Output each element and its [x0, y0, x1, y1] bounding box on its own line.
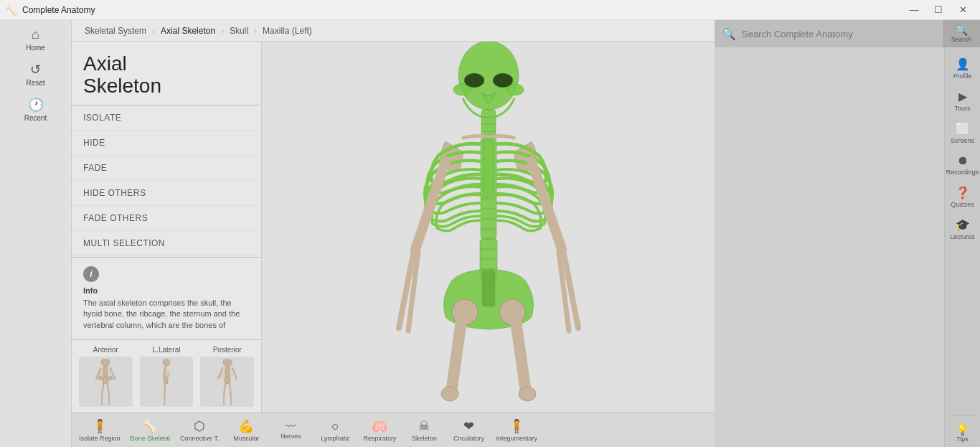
- nav-home[interactable]: ⌂ Home: [4, 23, 68, 56]
- svg-point-4: [98, 376, 103, 380]
- svg-rect-43: [484, 140, 494, 197]
- quizzes-icon: ❓: [956, 186, 970, 199]
- menu-fade[interactable]: FADE: [72, 156, 261, 181]
- toolbar-circulatory[interactable]: ❤ Circulatory: [447, 415, 490, 445]
- toolbar-muscular-label: Muscular: [233, 435, 260, 442]
- toolbar-skeleton-label: Skeleton: [412, 435, 437, 442]
- toolbar-connective[interactable]: ⬡ Connective T.: [176, 415, 223, 445]
- search-input[interactable]: [742, 29, 936, 39]
- tips-button[interactable]: 💡 Tips: [947, 415, 979, 447]
- menu-hide[interactable]: HIDE: [72, 131, 261, 156]
- skeleton-model: [345, 42, 632, 413]
- nav-recent-label: Recent: [24, 114, 47, 122]
- side-recordings[interactable]: ⏺ Recordings: [947, 150, 979, 180]
- toolbar-lymphatic-label: Lymphatic: [321, 435, 350, 442]
- toolbar-bone-skeletal[interactable]: 🦴 Bone Skeletal: [126, 415, 175, 445]
- tips-icon: 💡: [956, 424, 969, 436]
- bottom-toolbar: 🧍 Isolate Region 🦴 Bone Skeletal ⬡ Conne…: [72, 413, 715, 447]
- search-results-area: [715, 47, 944, 447]
- app-title: Complete Anatomy: [22, 5, 95, 15]
- title-bar-left: 🦴 Complete Anatomy: [6, 4, 95, 16]
- bone-skeletal-icon: 🦴: [142, 418, 158, 434]
- reset-icon: ↺: [30, 62, 41, 77]
- context-menu: ISOLATE HIDE FADE HIDE OTHERS FADE OTHER…: [72, 105, 261, 256]
- nav-home-label: Home: [26, 44, 45, 52]
- breadcrumb: Skeletal System › Axial Skeleton › Skull…: [72, 20, 715, 42]
- thumb-label-anterior: Anterior: [79, 346, 133, 354]
- maximize-button[interactable]: ☐: [927, 0, 950, 20]
- nerves-icon: 〰: [286, 420, 296, 432]
- toolbar-muscular[interactable]: 💪 Muscular: [225, 415, 268, 445]
- toolbar-bone-label: Bone Skeletal: [131, 435, 171, 442]
- thumb-label-posterior: Posterior: [200, 346, 254, 354]
- 3d-view[interactable]: [262, 42, 715, 413]
- menu-fade-others[interactable]: FADE OTHERS: [72, 206, 261, 231]
- right-panel: 🔍 🔍 Search 👤 Profile ▶ Tours: [715, 20, 980, 447]
- left-nav: ⌂ Home ↺ Reset 🕐 Recent: [0, 20, 72, 447]
- connective-icon: ⬡: [194, 418, 205, 434]
- menu-multi-selection[interactable]: MULTI SELECTION: [72, 231, 261, 256]
- thumb-anterior[interactable]: [79, 357, 133, 407]
- side-screens[interactable]: ⬜ Screens: [947, 118, 979, 149]
- svg-line-52: [516, 321, 526, 392]
- body-content: Axial Skeleton ISOLATE HIDE FADE HIDE OT…: [72, 42, 715, 413]
- content-area: Skeletal System › Axial Skeleton › Skull…: [72, 20, 715, 447]
- svg-rect-6: [103, 377, 108, 384]
- thumbnail-labels: Anterior L.Lateral Posterior: [79, 346, 254, 354]
- svg-line-7: [102, 384, 103, 396]
- breadcrumb-maxilla[interactable]: Maxilla (Left): [257, 24, 318, 37]
- side-quizzes[interactable]: ❓ Quizzes: [947, 182, 979, 212]
- side-lectures[interactable]: 🎓 Lectures: [947, 214, 979, 245]
- title-line2: Skeleton: [83, 75, 161, 97]
- svg-point-54: [519, 387, 536, 401]
- svg-rect-48: [482, 270, 495, 306]
- integumentary-icon: 🧍: [509, 418, 524, 434]
- nav-recent[interactable]: 🕐 Recent: [4, 93, 68, 126]
- close-button[interactable]: ✕: [951, 0, 974, 20]
- side-tours[interactable]: ▶ Tours: [947, 85, 979, 116]
- muscular-icon: 💪: [238, 418, 254, 434]
- svg-line-20: [224, 384, 225, 396]
- profile-icon: 👤: [956, 57, 970, 71]
- toolbar-nerves[interactable]: 〰 Nerves: [269, 418, 312, 443]
- breadcrumb-skull[interactable]: Skull: [224, 24, 254, 37]
- right-content: 👤 Profile ▶ Tours ⬜ Screens ⏺ Recordings…: [715, 47, 980, 447]
- toolbar-isolate-region[interactable]: 🧍 Isolate Region: [75, 415, 125, 445]
- svg-point-27: [464, 73, 484, 88]
- breadcrumb-axial[interactable]: Axial Skeleton: [155, 24, 221, 37]
- minimize-button[interactable]: —: [903, 0, 925, 20]
- toolbar-lymphatic[interactable]: ○ Lymphatic: [314, 416, 357, 445]
- svg-line-13: [164, 384, 165, 396]
- thumb-llateral[interactable]: [140, 357, 194, 407]
- thumbnail-row: [79, 357, 254, 407]
- screens-icon: ⬜: [956, 122, 970, 136]
- toolbar-integumentary[interactable]: 🧍 Integumentary: [491, 415, 542, 445]
- title-line1: Axial: [83, 52, 127, 75]
- svg-rect-16: [225, 367, 230, 377]
- screens-label: Screens: [951, 137, 974, 144]
- svg-line-18: [232, 368, 237, 379]
- circulatory-icon: ❤: [463, 418, 474, 434]
- toolbar-integumentary-label: Integumentary: [496, 435, 537, 442]
- menu-isolate[interactable]: ISOLATE: [72, 105, 261, 131]
- toolbar-skeleton[interactable]: ☠ Skeleton: [402, 415, 446, 445]
- toolbar-respiratory[interactable]: 🫁 Respiratory: [358, 415, 401, 445]
- nav-reset[interactable]: ↺ Reset: [4, 57, 68, 91]
- title-bar-controls: — ☐ ✕: [903, 0, 974, 20]
- search-bar: 🔍: [715, 20, 943, 47]
- recordings-label: Recordings: [946, 169, 979, 176]
- profile-label: Profile: [953, 72, 972, 80]
- breadcrumb-skeletal[interactable]: Skeletal System: [79, 24, 152, 37]
- svg-line-8: [108, 384, 109, 396]
- svg-rect-1: [103, 367, 108, 377]
- menu-hide-others[interactable]: HIDE OTHERS: [72, 181, 261, 206]
- search-btn-icon: 🔍: [956, 24, 968, 36]
- tours-icon: ▶: [958, 90, 967, 103]
- svg-rect-19: [225, 377, 230, 384]
- toolbar-connective-label: Connective T.: [180, 435, 219, 442]
- search-button[interactable]: 🔍 Search: [943, 20, 980, 47]
- side-profile[interactable]: 👤 Profile: [947, 53, 979, 84]
- thumb-posterior[interactable]: [200, 357, 254, 407]
- toolbar-nerves-label: Nerves: [281, 433, 301, 440]
- svg-point-53: [441, 387, 458, 401]
